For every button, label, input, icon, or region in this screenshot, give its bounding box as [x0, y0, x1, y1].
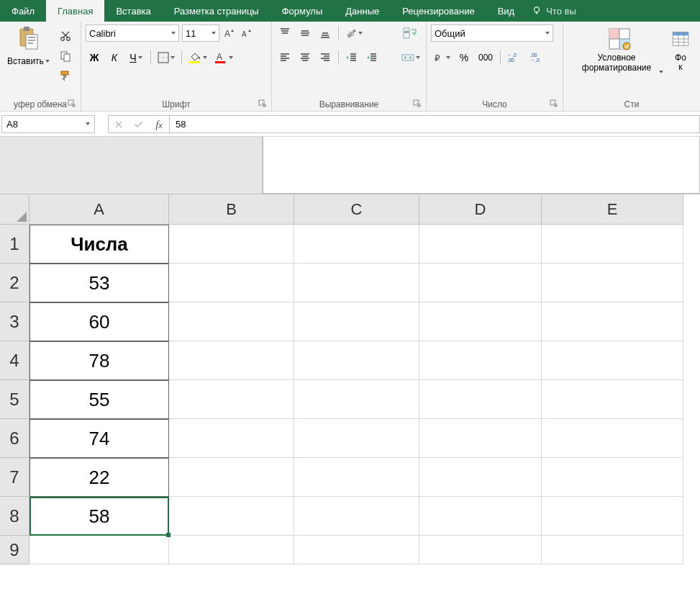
cut-button[interactable] [57, 27, 74, 45]
format-as-table-button[interactable]: Фо к [671, 24, 691, 73]
cell-e8[interactable] [542, 497, 683, 536]
cell-a1[interactable]: Числа [29, 225, 169, 264]
italic-button[interactable]: К [106, 49, 123, 66]
cell-d5[interactable] [419, 380, 542, 419]
align-bottom-button[interactable] [317, 24, 334, 42]
align-right-button[interactable] [317, 49, 334, 66]
borders-button[interactable] [155, 49, 177, 66]
insert-function-button[interactable]: fx [149, 116, 169, 134]
cell-b6[interactable] [169, 419, 294, 458]
cell-c6[interactable] [294, 419, 419, 458]
cell-c8[interactable] [294, 497, 419, 536]
accounting-format-button[interactable]: ₽ [431, 49, 453, 66]
cell-b7[interactable] [169, 458, 294, 497]
cell-a6[interactable]: 74 [29, 419, 169, 458]
cell-c7[interactable] [294, 458, 419, 497]
font-size-combo[interactable]: 11 [182, 24, 219, 42]
dialog-launcher-icon[interactable] [68, 99, 76, 108]
row-header-8[interactable]: 8 [0, 497, 29, 536]
cell-e9[interactable] [542, 536, 683, 564]
increase-decimal-button[interactable]: ←,0,00 [505, 49, 525, 66]
orientation-button[interactable]: ab [343, 24, 365, 42]
cell-c1[interactable] [294, 225, 419, 264]
conditional-formatting-button[interactable]: Условное форматирование [573, 24, 666, 75]
bold-button[interactable]: Ж [86, 49, 103, 66]
cell-a8[interactable]: 58 [29, 497, 169, 536]
align-left-button[interactable] [276, 49, 294, 66]
fill-color-button[interactable] [186, 49, 209, 66]
cancel-formula-button[interactable] [109, 116, 129, 134]
dialog-launcher-icon[interactable] [550, 99, 558, 108]
column-header-b[interactable]: B [169, 194, 294, 225]
tab-view[interactable]: Вид [486, 0, 527, 22]
tab-insert[interactable]: Вставка [104, 0, 162, 22]
cell-d6[interactable] [419, 419, 542, 458]
cell-d7[interactable] [419, 458, 542, 497]
cell-e3[interactable] [542, 302, 683, 341]
percent-button[interactable]: % [455, 49, 473, 66]
tell-me-search[interactable]: Что вы [526, 0, 582, 22]
column-header-c[interactable]: C [294, 194, 419, 225]
paste-button[interactable]: Вставить [4, 24, 53, 68]
tab-page-layout[interactable]: Разметка страницы [163, 0, 271, 22]
font-color-button[interactable]: A [212, 49, 235, 66]
wrap-text-button[interactable]: ab [400, 24, 420, 42]
number-format-combo[interactable]: Общий [431, 24, 553, 42]
merge-center-button[interactable] [400, 49, 422, 66]
cell-d9[interactable] [419, 536, 542, 564]
cell-e5[interactable] [542, 380, 683, 419]
dialog-launcher-icon[interactable] [413, 99, 422, 108]
underline-button[interactable]: Ч [126, 49, 146, 66]
decrease-font-button[interactable]: A [240, 24, 254, 42]
column-header-e[interactable]: E [542, 194, 683, 225]
row-header-3[interactable]: 3 [0, 302, 29, 341]
name-box[interactable]: A8 [1, 115, 95, 133]
cell-b3[interactable] [169, 302, 294, 341]
row-header-5[interactable]: 5 [0, 380, 29, 419]
column-header-a[interactable]: A [29, 194, 169, 225]
enter-formula-button[interactable] [129, 116, 149, 134]
row-header-1[interactable]: 1 [0, 225, 29, 264]
cell-c3[interactable] [294, 302, 419, 341]
decrease-decimal-button[interactable]: ,00→,0 [528, 49, 548, 66]
cell-d3[interactable] [419, 302, 542, 341]
cell-a7[interactable]: 22 [29, 458, 169, 497]
cell-e1[interactable] [542, 225, 683, 264]
row-header-2[interactable]: 2 [0, 264, 29, 302]
increase-indent-button[interactable] [363, 49, 381, 66]
cell-d4[interactable] [419, 341, 542, 380]
cell-e4[interactable] [542, 341, 683, 380]
row-header-4[interactable]: 4 [0, 341, 29, 380]
cell-a4[interactable]: 78 [29, 341, 169, 380]
increase-font-button[interactable]: A [222, 24, 237, 42]
cell-a2[interactable]: 53 [29, 264, 169, 302]
row-header-7[interactable]: 7 [0, 458, 29, 497]
tab-formulas[interactable]: Формулы [271, 0, 335, 22]
cell-d8[interactable] [419, 497, 542, 536]
align-middle-button[interactable] [296, 24, 314, 42]
tab-home[interactable]: Главная [46, 0, 104, 22]
font-name-combo[interactable]: Calibri [86, 24, 179, 42]
tab-review[interactable]: Рецензирование [391, 0, 486, 22]
cell-b8[interactable] [169, 497, 294, 536]
cell-b1[interactable] [169, 225, 294, 264]
align-center-button[interactable] [296, 49, 314, 66]
cell-a9[interactable] [29, 536, 169, 564]
cell-b9[interactable] [169, 536, 294, 564]
tab-data[interactable]: Данные [334, 0, 391, 22]
align-top-button[interactable] [276, 24, 294, 42]
cell-a5[interactable]: 55 [29, 380, 169, 419]
cell-b4[interactable] [169, 341, 294, 380]
row-header-9[interactable]: 9 [0, 536, 29, 564]
dialog-launcher-icon[interactable] [258, 99, 267, 108]
cell-d1[interactable] [419, 225, 542, 264]
decrease-indent-button[interactable] [343, 49, 360, 66]
cell-c5[interactable] [294, 380, 419, 419]
cell-c9[interactable] [294, 536, 419, 564]
cell-b2[interactable] [169, 264, 294, 302]
comma-style-button[interactable]: 000 [476, 49, 496, 66]
cell-d2[interactable] [419, 264, 542, 302]
cell-b5[interactable] [169, 380, 294, 419]
tab-file[interactable]: Файл [0, 0, 46, 22]
select-all-cell[interactable] [0, 194, 29, 225]
